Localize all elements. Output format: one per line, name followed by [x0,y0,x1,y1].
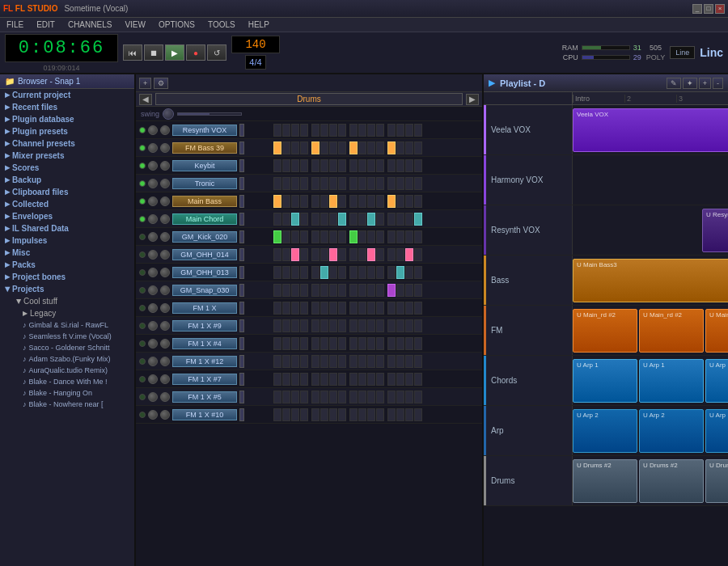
step-pad[interactable] [291,408,299,421]
step-pad[interactable] [387,391,396,403]
step-pad[interactable] [414,391,422,403]
step-pad[interactable] [320,124,328,137]
step-pad[interactable] [414,373,422,386]
menu-channels[interactable]: CHANNELS [65,20,115,29]
seq-vol-knob[interactable] [148,250,158,260]
step-pad[interactable] [396,373,404,386]
step-pad[interactable] [273,266,281,279]
seq-vol-knob[interactable] [148,161,158,171]
menu-view[interactable]: VIEW [121,20,149,29]
step-pad[interactable] [329,319,337,332]
step-pad[interactable] [414,284,422,297]
step-pad[interactable] [291,159,299,172]
pattern-prev-button[interactable]: ◀ [139,94,152,105]
step-pad[interactable] [282,337,290,350]
step-pad[interactable] [414,159,422,172]
step-pad[interactable] [414,319,422,332]
playlist-block[interactable]: U Arp 2 [573,409,637,453]
step-pad[interactable] [300,159,308,172]
step-pad[interactable] [396,408,404,421]
playlist-track-content[interactable]: U Resynth [573,205,728,255]
step-pad[interactable] [300,266,308,279]
seq-pan-knob[interactable] [160,321,170,331]
step-pad[interactable] [405,195,413,208]
seq-mini-btn[interactable] [239,230,244,243]
seq-track-name-btn[interactable]: FM 1 X #4 [172,338,237,349]
rewind-button[interactable]: ⏮ [123,44,142,61]
maximize-button[interactable]: □ [704,4,713,14]
step-pad[interactable] [311,177,320,190]
step-pad[interactable] [282,248,290,261]
step-pad[interactable] [300,248,308,261]
step-pad[interactable] [282,177,290,190]
step-pad[interactable] [291,355,299,368]
seq-pan-knob[interactable] [160,285,170,295]
step-pad[interactable] [414,248,422,261]
step-pad[interactable] [414,213,422,226]
seq-mini-btn[interactable] [239,355,244,368]
seq-mini-btn[interactable] [239,177,244,190]
playlist-track-content[interactable]: U Arp 2 U Arp 2 U Arp [573,406,728,455]
step-pad[interactable] [405,337,413,350]
browser-item-scores[interactable]: ▶ Scores [0,162,134,174]
step-pad[interactable] [414,230,422,243]
step-pad[interactable] [405,124,413,137]
seq-track-name-btn[interactable]: GM_OHH_014 [172,249,237,260]
step-pad[interactable] [273,159,281,172]
step-pad[interactable] [338,408,346,421]
menu-options[interactable]: OPTIONS [155,20,198,29]
step-pad[interactable] [338,355,346,368]
seq-led[interactable] [139,305,146,311]
browser-item-backup[interactable]: ▶ Backup [0,174,134,186]
step-pad[interactable] [358,355,366,368]
step-pad[interactable] [358,319,366,332]
seq-track-name-btn[interactable]: FM 1 X #9 [172,320,237,332]
step-pad[interactable] [300,355,308,368]
step-pad[interactable] [329,373,337,386]
step-pad[interactable] [405,213,413,226]
browser-item-channel-presets[interactable]: ▶ Channel presets [0,137,134,150]
step-pad[interactable] [414,195,422,208]
step-pad[interactable] [376,230,384,243]
step-pad[interactable] [311,319,320,332]
swing-knob[interactable] [163,108,174,120]
step-pad[interactable] [376,213,384,226]
seq-mini-btn[interactable] [239,319,244,332]
seq-vol-knob[interactable] [148,268,158,277]
seq-pan-knob[interactable] [160,250,170,260]
step-pad[interactable] [405,177,413,190]
play-button[interactable]: ▶ [165,44,184,61]
step-pad[interactable] [396,213,404,226]
step-pad[interactable] [396,284,404,297]
seq-mini-btn[interactable] [239,142,244,154]
step-pad[interactable] [376,195,384,208]
step-pad[interactable] [338,302,346,315]
step-pad[interactable] [273,355,281,368]
step-pad[interactable] [338,142,346,154]
step-pad[interactable] [387,284,396,297]
step-pad[interactable] [396,355,404,368]
step-pad[interactable] [300,230,308,243]
seq-track-name-btn[interactable]: Resynth VOX [172,125,237,136]
stop-button[interactable]: ⏹ [144,44,163,61]
seq-mini-btn[interactable] [239,284,244,297]
step-pad[interactable] [273,142,281,154]
seq-track-name-btn[interactable]: Tronic [172,178,237,189]
step-pad[interactable] [349,230,358,243]
step-pad[interactable] [387,373,396,386]
step-pad[interactable] [311,159,320,172]
step-pad[interactable] [329,337,337,350]
step-pad[interactable] [320,230,328,243]
step-pad[interactable] [320,159,328,172]
step-pad[interactable] [320,373,328,386]
seq-pan-knob[interactable] [160,232,170,242]
step-pad[interactable] [311,124,320,137]
seq-led[interactable] [139,127,146,133]
seq-led[interactable] [139,340,146,347]
playlist-block[interactable]: Veela VOX [573,108,728,152]
step-pad[interactable] [349,284,358,297]
step-pad[interactable] [358,408,366,421]
step-pad[interactable] [405,355,413,368]
step-pad[interactable] [367,408,375,421]
seq-track-name-btn[interactable]: Keybit [172,160,237,171]
